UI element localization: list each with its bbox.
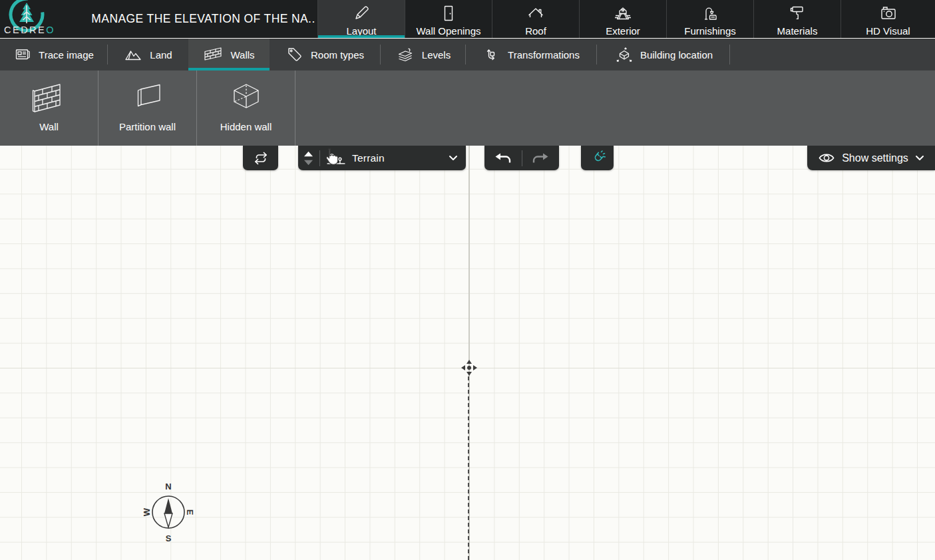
show-settings-label: Show settings	[842, 152, 908, 164]
level-stepper[interactable]	[303, 151, 313, 166]
roof-icon	[526, 3, 545, 23]
swap-view-button[interactable]	[243, 146, 278, 170]
selected-level-label: Terrain	[352, 152, 443, 164]
wall-icon	[31, 80, 68, 116]
project-title: MANAGE THE ELEVATION OF THE NA..	[92, 0, 315, 38]
exterior-icon	[613, 3, 633, 23]
terrain-level-icon	[326, 151, 346, 166]
hidden-wall-icon	[228, 80, 265, 116]
compass-south-label: S	[166, 533, 172, 543]
tab-hd-visual[interactable]: HD Visual	[841, 0, 935, 38]
tab-layout[interactable]: Layout	[317, 0, 405, 38]
tab-wall-openings[interactable]: Wall Openings	[405, 0, 492, 38]
ribbon-item-levels[interactable]: Levels	[381, 39, 466, 70]
main-tabs: Layout Wall Openings Roof	[317, 0, 935, 38]
ribbon-label: Room types	[311, 49, 364, 61]
tab-exterior[interactable]: Exterior	[579, 0, 666, 38]
compass-north-label: N	[165, 482, 171, 491]
compass-east-label: E	[185, 509, 194, 515]
tab-roof[interactable]: Roof	[492, 0, 579, 38]
camera-icon	[878, 3, 898, 23]
tool-wall[interactable]: Wall	[0, 70, 98, 146]
floorplan-canvas[interactable]: N S W E Terrain	[0, 146, 935, 560]
snap-magnet-button[interactable]	[581, 146, 614, 170]
tab-label: Materials	[777, 25, 818, 37]
chevron-down-icon	[449, 155, 458, 161]
ribbon-item-trace-image[interactable]: Trace image	[0, 39, 108, 70]
walls-tool-panel: Wall Partition wall Hidden wall	[0, 70, 935, 146]
partition-wall-icon	[129, 80, 166, 116]
redo-button[interactable]	[522, 146, 559, 170]
tool-label: Partition wall	[119, 121, 176, 132]
brick-wall-icon	[203, 46, 223, 63]
swap-arrows-icon	[253, 150, 269, 166]
trace-image-icon	[14, 47, 31, 63]
building-location-icon	[614, 46, 633, 63]
layout-ribbon: Trace image Land Walls Room types	[0, 39, 935, 70]
eye-icon	[818, 152, 835, 164]
tab-label: HD Visual	[866, 25, 910, 37]
tag-icon	[286, 46, 303, 63]
compass-west-label: W	[142, 507, 152, 516]
show-settings-button[interactable]: Show settings	[807, 146, 935, 170]
tab-materials[interactable]: Materials	[753, 0, 841, 38]
tool-label: Hidden wall	[220, 121, 272, 132]
furnishings-icon	[701, 3, 719, 23]
tool-hidden-wall[interactable]: Hidden wall	[197, 70, 295, 146]
ribbon-label: Levels	[422, 49, 451, 61]
top-bar: CEDREO MANAGE THE ELEVATION OF THE NA.. …	[0, 0, 935, 38]
step-up-icon	[303, 151, 313, 157]
door-icon	[440, 3, 457, 23]
ribbon-item-walls[interactable]: Walls	[188, 39, 270, 70]
ribbon-item-land[interactable]: Land	[108, 39, 188, 70]
undo-redo-group	[484, 146, 559, 170]
ribbon-item-room-types[interactable]: Room types	[270, 39, 381, 70]
mountains-icon	[124, 47, 142, 62]
pencil-icon	[352, 3, 371, 23]
ribbon-label: Building location	[640, 49, 713, 61]
chevron-down-icon	[915, 155, 924, 161]
tab-label: Wall Openings	[417, 25, 481, 37]
tab-label: Roof	[525, 25, 546, 37]
move-origin-handle[interactable]	[460, 358, 478, 377]
tool-partition-wall[interactable]: Partition wall	[98, 70, 197, 146]
ribbon-label: Walls	[230, 49, 254, 61]
cedreo-wordmark: CEDREO	[4, 25, 55, 35]
layers-icon	[396, 46, 415, 63]
tab-label: Layout	[346, 25, 376, 37]
magnet-icon	[589, 150, 606, 167]
paint-roller-icon	[788, 3, 807, 23]
level-selector-dropdown[interactable]: Terrain	[298, 146, 466, 170]
divider	[319, 150, 320, 166]
elevation-dashed-guide	[468, 376, 469, 560]
tool-label: Wall	[39, 121, 59, 132]
cedreo-logo[interactable]: CEDREO	[4, 0, 87, 38]
tab-furnishings[interactable]: Furnishings	[666, 0, 753, 38]
ribbon-label: Land	[150, 49, 172, 61]
undo-button[interactable]	[485, 146, 522, 170]
compass-indicator: N S W E	[142, 480, 194, 545]
tab-label: Furnishings	[684, 25, 736, 37]
ribbon-label: Trace image	[39, 49, 94, 61]
ribbon-label: Transformations	[508, 49, 580, 61]
transform-icon	[483, 46, 500, 63]
ribbon-item-building-location[interactable]: Building location	[597, 39, 730, 70]
ribbon-item-transformations[interactable]: Transformations	[466, 39, 597, 70]
step-down-icon	[303, 160, 313, 166]
tab-label: Exterior	[606, 25, 640, 37]
